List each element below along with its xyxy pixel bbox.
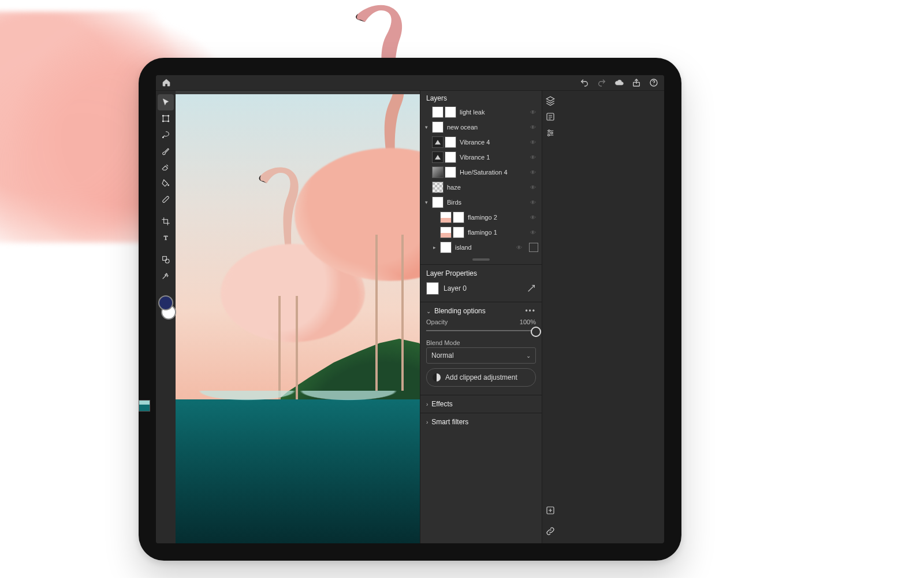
type-tool[interactable]: T: [158, 229, 174, 246]
layer-name: flamingo 1: [468, 229, 527, 236]
layer-name: island: [455, 244, 513, 251]
lasso-tool[interactable]: [158, 127, 174, 143]
svg-point-9: [167, 184, 169, 186]
layer-thumb: [432, 166, 444, 178]
layer-thumb: [432, 181, 444, 193]
layer-name: Vibrance 1: [460, 154, 527, 161]
layer-options-icon[interactable]: [545, 112, 556, 122]
visibility-toggle-icon[interactable]: 👁: [530, 124, 538, 131]
layer-name: Vibrance 4: [460, 139, 527, 146]
link-icon[interactable]: [545, 526, 556, 536]
layer-row[interactable]: ▸island👁: [420, 240, 542, 255]
layer-row[interactable]: flamingo 2👁: [420, 210, 542, 225]
layer-row[interactable]: light leak👁: [420, 105, 542, 120]
eyedropper-tool[interactable]: [158, 268, 174, 284]
layer-row[interactable]: Vibrance 4👁: [420, 135, 542, 150]
visibility-toggle-icon[interactable]: 👁: [530, 199, 538, 206]
adjustments-icon[interactable]: [545, 128, 556, 138]
redo-icon[interactable]: [597, 78, 606, 87]
eraser-tool[interactable]: [158, 159, 174, 175]
current-layer-name: Layer 0: [444, 284, 467, 292]
crop-tool[interactable]: [158, 213, 174, 229]
effects-title: Effects: [431, 400, 452, 408]
add-layer-icon[interactable]: [545, 505, 556, 516]
layer-row[interactable]: Hue/Saturation 4👁: [420, 165, 542, 180]
layer-thumb: [440, 212, 452, 223]
svg-point-13: [165, 259, 169, 263]
layers-list[interactable]: light leak👁▾new ocean👁Vibrance 4👁Vibranc…: [420, 105, 542, 255]
disclosure-triangle-icon[interactable]: ▾: [424, 124, 429, 130]
disclosure-triangle-icon[interactable]: ▸: [432, 244, 437, 250]
visibility-toggle-icon[interactable]: 👁: [530, 229, 538, 236]
layers-scroll-handle[interactable]: [472, 258, 490, 261]
document-canvas[interactable]: [176, 94, 420, 543]
svg-point-7: [168, 121, 169, 122]
cloud-icon[interactable]: [614, 78, 624, 87]
chevron-down-icon: ⌄: [426, 308, 431, 314]
layer-thumb: [432, 151, 444, 163]
shapes-tool[interactable]: [158, 251, 174, 268]
blend-mode-select[interactable]: Normal ⌄: [426, 347, 536, 364]
current-layer-thumb: [426, 282, 439, 295]
brush-tool[interactable]: [158, 143, 174, 159]
visibility-toggle-icon[interactable]: 👁: [530, 214, 538, 221]
svg-rect-3: [163, 116, 168, 121]
layer-row[interactable]: ▾Birds👁: [420, 195, 542, 210]
layer-mask-thumb: [432, 121, 444, 133]
fill-tool[interactable]: [158, 175, 174, 191]
home-icon[interactable]: [162, 78, 171, 87]
add-clipped-adjustment-label: Add clipped adjustment: [445, 373, 517, 381]
flamingo-2-render: [283, 94, 420, 391]
effects-header[interactable]: › Effects: [420, 395, 542, 410]
right-panel: Layers light leak👁▾new ocean👁Vibrance 4👁…: [420, 91, 542, 543]
layer-properties-header: Layer Properties: [420, 264, 542, 280]
canvas-area[interactable]: [176, 91, 420, 543]
layer-properties-title: Layer Properties: [426, 269, 477, 277]
more-icon[interactable]: •••: [525, 307, 536, 315]
blending-options-title: Blending options: [434, 307, 486, 315]
layer-name: light leak: [460, 109, 527, 116]
svg-point-15: [548, 130, 550, 132]
transform-tool[interactable]: [158, 110, 174, 127]
tablet-frame: T: [139, 58, 681, 561]
foreground-color[interactable]: [158, 295, 173, 310]
layer-extra-icon[interactable]: [529, 243, 538, 252]
layer-mask-thumb: [445, 136, 456, 148]
fx-icon[interactable]: [527, 284, 536, 293]
svg-point-16: [551, 132, 553, 134]
visibility-toggle-icon[interactable]: 👁: [530, 109, 538, 116]
layer-mask-thumb: [445, 166, 456, 178]
layer-row[interactable]: haze👁: [420, 180, 542, 195]
move-tool[interactable]: [158, 94, 174, 110]
layer-row[interactable]: flamingo 1👁: [420, 225, 542, 240]
visibility-toggle-icon[interactable]: 👁: [516, 244, 524, 251]
add-clipped-adjustment-button[interactable]: Add clipped adjustment: [426, 368, 536, 387]
layer-properties-row[interactable]: Layer 0: [420, 280, 542, 299]
share-icon[interactable]: [632, 78, 641, 87]
layer-row[interactable]: ▾new ocean👁: [420, 120, 542, 135]
ocean-layer-render: [176, 399, 420, 543]
help-icon[interactable]: [649, 78, 658, 87]
heal-tool[interactable]: [158, 191, 174, 208]
layer-mask-thumb: [445, 151, 456, 163]
opacity-slider[interactable]: [426, 325, 536, 336]
layer-row[interactable]: Vibrance 1👁: [420, 150, 542, 165]
svg-rect-10: [162, 196, 169, 203]
blending-options-header[interactable]: ⌄ Blending options •••: [420, 302, 542, 317]
smart-filters-header[interactable]: › Smart filters: [420, 413, 542, 428]
visibility-toggle-icon[interactable]: 👁: [530, 169, 538, 176]
layers-panel-icon[interactable]: [545, 95, 556, 106]
layer-thumb: [432, 197, 444, 208]
disclosure-triangle-icon[interactable]: ▾: [424, 199, 429, 205]
tool-strip: T: [156, 91, 176, 543]
layer-name: haze: [447, 184, 527, 191]
layer-mask-thumb: [445, 106, 456, 118]
visibility-toggle-icon[interactable]: 👁: [530, 154, 538, 161]
panel-mini-strip: [542, 91, 558, 543]
visibility-toggle-icon[interactable]: 👁: [530, 139, 538, 146]
layer-mask-thumb: [440, 242, 452, 253]
chevron-right-icon: ›: [426, 401, 428, 407]
visibility-toggle-icon[interactable]: 👁: [530, 184, 538, 191]
undo-icon[interactable]: [580, 78, 589, 87]
layer-name: new ocean: [447, 124, 527, 131]
